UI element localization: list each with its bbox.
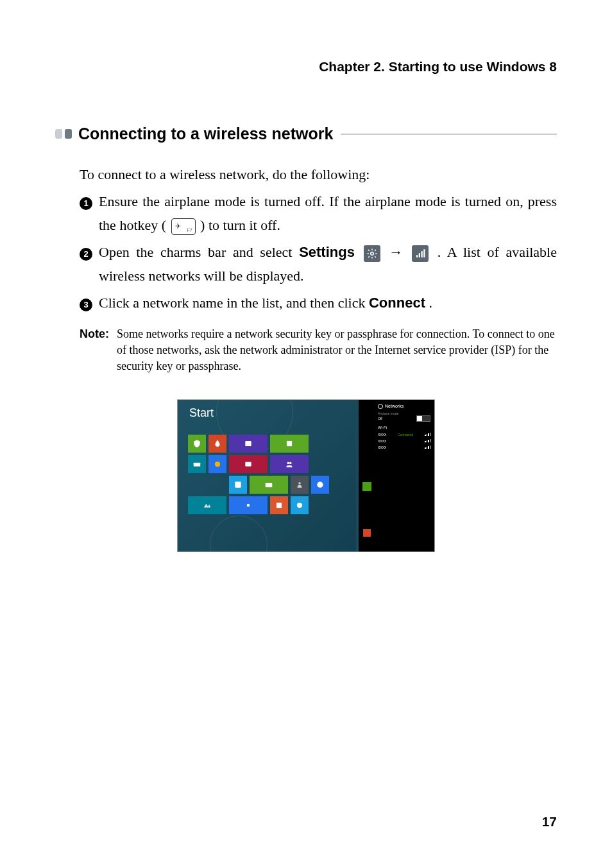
svg-point-11	[289, 462, 292, 464]
connect-label: Connect	[369, 295, 425, 311]
chapter-header: Chapter 2. Starting to use Windows 8	[55, 59, 557, 74]
heading-rule	[341, 134, 557, 135]
charms-bar	[359, 400, 375, 551]
tile	[188, 435, 206, 453]
signal-icon	[425, 446, 430, 449]
signal-icon	[425, 433, 430, 436]
tile	[229, 496, 268, 514]
airplane-hotkey-icon	[171, 218, 196, 235]
svg-rect-12	[235, 482, 241, 487]
back-arrow-icon	[378, 404, 383, 409]
svg-point-0	[370, 252, 373, 256]
tile	[270, 435, 309, 453]
svg-point-18	[297, 503, 302, 508]
bullet-icon	[55, 129, 62, 139]
tile	[291, 476, 309, 494]
tile	[229, 476, 247, 494]
tile	[229, 435, 268, 453]
step-content: Open the charms bar and select Settings …	[99, 240, 557, 288]
tile	[208, 455, 226, 473]
step-text: ) to turn it off.	[200, 217, 280, 233]
network-name: XXXX	[378, 446, 386, 449]
tile	[188, 496, 226, 514]
svg-rect-4	[423, 249, 425, 257]
step-text: Ensure the airplane mode is turned off. …	[99, 193, 557, 233]
network-item[interactable]: XXXX	[378, 444, 430, 451]
networks-panel: Networks Airplane mode Off Wi-Fi XXXX Co…	[374, 400, 434, 551]
screenshot-illustration: Start	[177, 399, 435, 552]
airplane-mode-state: Off	[378, 417, 382, 421]
svg-rect-13	[266, 483, 273, 487]
network-item[interactable]: XXXX Connected	[378, 431, 430, 438]
charm-icon	[359, 499, 375, 521]
step-1: 1 Ensure the airplane mode is turned off…	[80, 189, 557, 238]
note-text: Some networks require a network security…	[117, 326, 557, 375]
step-number: 3	[80, 291, 99, 315]
tile	[188, 476, 226, 494]
step-number-badge: 1	[80, 197, 92, 210]
tile-grid	[188, 435, 329, 517]
note-block: Note: Some networks require a network se…	[80, 326, 557, 375]
svg-point-8	[215, 462, 220, 467]
svg-rect-7	[194, 462, 201, 466]
section-title: Connecting to a wireless network	[78, 125, 333, 143]
svg-point-14	[298, 482, 301, 485]
step-text: .	[429, 295, 432, 311]
tile	[270, 455, 309, 473]
step-content: Click a network name in the list, and th…	[99, 291, 557, 315]
charm-icon	[359, 430, 375, 451]
svg-point-10	[287, 462, 290, 464]
step-number: 2	[80, 240, 99, 288]
network-name: XXXX	[378, 433, 386, 437]
networks-panel-title: Networks	[378, 404, 430, 409]
step-number-badge: 2	[80, 248, 92, 261]
svg-rect-5	[245, 441, 251, 446]
bullet-icon	[65, 129, 72, 139]
note-label: Note:	[80, 326, 117, 375]
svg-point-15	[317, 482, 323, 487]
step-text: Open the charms bar and select	[99, 244, 299, 260]
step-3: 3 Click a network name in the list, and …	[80, 291, 557, 315]
wifi-section-label: Wi-Fi	[378, 426, 430, 430]
svg-rect-9	[245, 462, 251, 466]
tile	[208, 435, 226, 453]
heading-bullets	[55, 129, 72, 139]
settings-gear-icon	[364, 245, 380, 262]
network-item[interactable]: XXXX	[378, 438, 430, 444]
step-text: Click a network name in the list, and th…	[99, 295, 369, 311]
svg-rect-1	[416, 255, 418, 257]
step-content: Ensure the airplane mode is turned off. …	[99, 189, 557, 238]
tile	[291, 496, 309, 514]
svg-rect-17	[276, 503, 282, 508]
step-number: 1	[80, 189, 99, 238]
network-name: XXXX	[378, 439, 386, 443]
svg-rect-3	[421, 251, 422, 257]
step-number-badge: 3	[80, 299, 92, 311]
intro-text: To connect to a wireless network, do the…	[80, 164, 557, 186]
page-number: 17	[542, 814, 557, 829]
svg-rect-2	[419, 253, 420, 257]
decorative-circle	[210, 516, 268, 552]
svg-rect-6	[287, 441, 292, 446]
settings-label: Settings	[299, 244, 355, 260]
charm-icon	[359, 476, 375, 498]
tile	[250, 476, 288, 494]
signal-icon	[425, 439, 430, 442]
networks-title-text: Networks	[385, 404, 404, 408]
tile	[270, 496, 288, 514]
network-signal-icon	[412, 245, 429, 262]
network-status: Connected	[398, 433, 413, 437]
start-label: Start	[189, 406, 214, 420]
start-screen: Start	[178, 400, 356, 551]
airplane-toggle[interactable]	[416, 415, 430, 422]
section-heading: Connecting to a wireless network	[55, 125, 557, 143]
tile	[188, 455, 206, 473]
step-2: 2 Open the charms bar and select Setting…	[80, 240, 557, 288]
arrow-text: →	[389, 244, 410, 260]
tile	[311, 476, 329, 494]
charm-icon	[359, 522, 375, 544]
charm-icon	[359, 453, 375, 474]
tile	[229, 455, 268, 473]
svg-point-16	[247, 503, 250, 507]
